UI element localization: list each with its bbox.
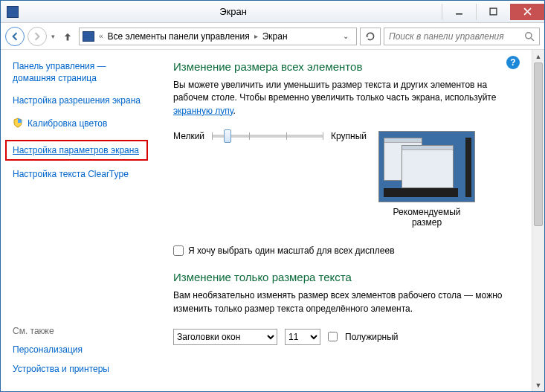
app-icon bbox=[7, 6, 19, 18]
magnifier-link[interactable]: экранную лупу bbox=[173, 106, 233, 116]
breadcrumb-current[interactable]: Экран bbox=[262, 31, 288, 42]
shield-icon bbox=[13, 118, 23, 128]
single-scale-label[interactable]: Я хочу выбрать один масштаб для всех дис… bbox=[188, 245, 395, 256]
back-button[interactable] bbox=[5, 27, 25, 46]
description-text-only: Вам необязательно изменять размер всех э… bbox=[173, 289, 520, 315]
single-scale-checkbox[interactable] bbox=[173, 245, 184, 256]
element-select[interactable]: Заголовки окон bbox=[173, 329, 277, 345]
scroll-up-button[interactable]: ▲ bbox=[532, 50, 544, 62]
search-input[interactable] bbox=[389, 31, 520, 42]
font-size-select[interactable]: 11 bbox=[285, 329, 320, 345]
slider-max-label: Крупный bbox=[331, 131, 367, 141]
search-icon bbox=[524, 31, 535, 42]
preview-caption: Рекомендуемый размер bbox=[378, 207, 475, 228]
size-slider[interactable] bbox=[212, 135, 323, 138]
search-box[interactable] bbox=[384, 28, 540, 45]
see-also-personalization[interactable]: Персонализация bbox=[13, 344, 154, 356]
bold-label[interactable]: Полужирный bbox=[345, 332, 399, 342]
close-button[interactable] bbox=[510, 4, 544, 20]
history-dropdown[interactable]: ▾ bbox=[50, 33, 57, 40]
breadcrumb-root[interactable]: Все элементы панели управления bbox=[108, 31, 250, 42]
see-also-devices[interactable]: Устройства и принтеры bbox=[13, 363, 154, 375]
preview-image bbox=[378, 131, 475, 202]
slider-thumb[interactable] bbox=[224, 129, 231, 143]
vertical-scrollbar[interactable]: ▲ ▼ bbox=[532, 50, 544, 391]
sidebar-item-cleartype[interactable]: Настройка текста ClearType bbox=[13, 168, 129, 180]
breadcrumb-chevron-icon: « bbox=[99, 32, 103, 40]
sidebar-item-calibrate[interactable]: Калибровка цветов bbox=[28, 118, 107, 129]
svg-point-4 bbox=[526, 32, 532, 38]
control-panel-icon bbox=[83, 31, 94, 42]
description-resize-all: Вы можете увеличить или уменьшить размер… bbox=[173, 79, 520, 118]
scroll-thumb[interactable] bbox=[534, 62, 543, 226]
main-content: ? Изменение размера всех элементов Вы мо… bbox=[158, 50, 532, 391]
address-dropdown-icon[interactable]: ⌄ bbox=[338, 32, 353, 40]
titlebar: Экран bbox=[1, 1, 544, 23]
sidebar-item-resolution[interactable]: Настройка разрешения экрана bbox=[13, 94, 141, 106]
sidebar-item-highlighted: Настройка параметров экрана bbox=[5, 140, 148, 161]
toolbar: ▾ « Все элементы панели управления ▸ Экр… bbox=[1, 23, 544, 50]
see-also-heading: См. также bbox=[13, 326, 154, 336]
heading-text-only: Изменение только размера текста bbox=[173, 271, 520, 283]
maximize-button[interactable] bbox=[476, 4, 510, 20]
window-title: Экран bbox=[25, 6, 442, 17]
svg-line-5 bbox=[531, 38, 534, 41]
heading-resize-all: Изменение размера всех элементов bbox=[173, 60, 520, 73]
minimize-button[interactable] bbox=[442, 4, 476, 20]
scroll-down-button[interactable]: ▼ bbox=[532, 379, 544, 391]
sidebar-item-display-settings[interactable]: Настройка параметров экрана bbox=[13, 144, 141, 156]
svg-rect-1 bbox=[490, 8, 497, 15]
sidebar-item-home[interactable]: Панель управления — домашняя страница bbox=[13, 60, 151, 84]
bold-checkbox[interactable] bbox=[328, 332, 338, 341]
up-button[interactable] bbox=[59, 28, 76, 45]
refresh-button[interactable] bbox=[360, 28, 381, 45]
breadcrumb-sep-icon: ▸ bbox=[254, 32, 258, 40]
slider-min-label: Мелкий bbox=[173, 131, 204, 141]
forward-button[interactable] bbox=[28, 27, 47, 46]
address-bar[interactable]: « Все элементы панели управления ▸ Экран… bbox=[79, 28, 357, 45]
help-icon[interactable]: ? bbox=[506, 56, 520, 69]
sidebar: Панель управления — домашняя страница На… bbox=[1, 50, 158, 391]
